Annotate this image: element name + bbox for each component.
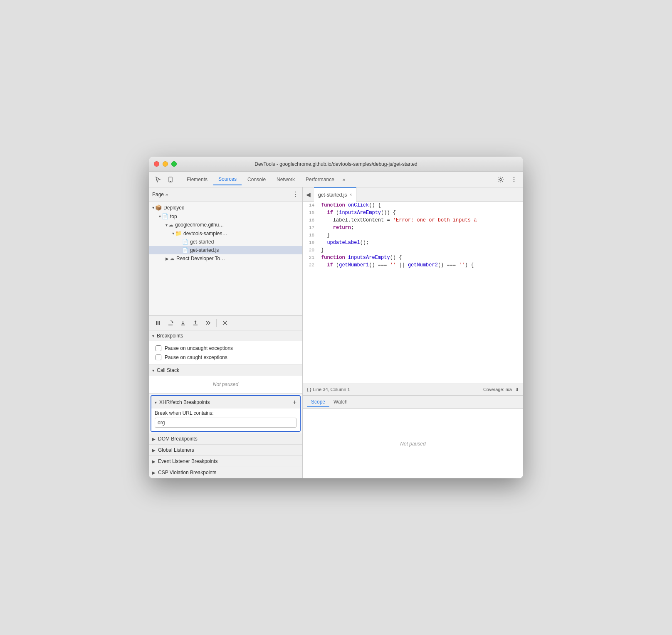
top-icon: 📄 — [162, 213, 168, 219]
xhr-break-label: Break when URL contains: — [155, 410, 296, 416]
get-started-icon: 📄 — [182, 239, 188, 245]
dom-breakpoints-section: ▶ DOM Breakpoints — [149, 433, 302, 445]
page-more-button[interactable]: » — [166, 192, 168, 197]
tree-item-devtools-samples[interactable]: ▾ 📁 devtools-samples… — [149, 229, 302, 238]
dom-breakpoints-header[interactable]: ▶ DOM Breakpoints — [149, 433, 302, 444]
cursor-icon-status: { } — [307, 387, 311, 392]
file-tab-get-started-js[interactable]: get-started.js × — [314, 187, 356, 202]
event-listener-header[interactable]: ▶ Event Listener Breakpoints — [149, 456, 302, 467]
file-tree: ▾ 📦 Deployed ▾ 📄 top ▾ ☁ googlechrome.gi… — [149, 202, 302, 315]
pause-button[interactable] — [152, 317, 164, 329]
tab-scope[interactable]: Scope — [307, 397, 329, 407]
status-bar-right: Coverage: n/a ⬇ — [483, 387, 519, 392]
pause-uncaught-label: Pause on uncaught exceptions — [165, 345, 233, 351]
code-content-19: updateLabel(); — [318, 239, 523, 246]
tree-label-devtools: devtools-samples… — [183, 231, 227, 236]
event-arrow: ▶ — [152, 459, 156, 464]
more-tabs-button[interactable]: » — [340, 175, 348, 184]
tab-elements[interactable]: Elements — [182, 174, 212, 185]
xhr-url-input[interactable] — [155, 418, 296, 428]
tree-arrow-devtools: ▾ — [172, 231, 174, 236]
device-icon[interactable] — [165, 174, 176, 185]
code-line-15: 15 if (inputsAreEmpty()) { — [303, 209, 523, 217]
deactivate-button[interactable] — [219, 317, 231, 329]
svg-rect-1 — [170, 181, 171, 182]
settings-icon[interactable] — [495, 174, 506, 185]
breakpoints-section: ▾ Breakpoints Pause on uncaught exceptio… — [149, 330, 302, 365]
tree-item-deployed[interactable]: ▾ 📦 Deployed — [149, 203, 302, 212]
xhr-add-button[interactable]: + — [293, 399, 296, 406]
tree-arrow-react: ▶ — [166, 256, 169, 261]
cursor-icon[interactable] — [152, 174, 164, 185]
menu-dots-icon[interactable] — [508, 174, 520, 185]
tab-watch[interactable]: Watch — [329, 397, 352, 407]
code-content-14: function onClick() { — [318, 202, 523, 209]
code-line-22: 22 if (getNumber1() === '' || getNumber2… — [303, 261, 523, 269]
file-tab-close-button[interactable]: × — [349, 192, 352, 197]
line-num-16: 16 — [303, 217, 318, 224]
tab-network[interactable]: Network — [272, 174, 300, 185]
get-started-js-icon: 📄 — [182, 247, 188, 253]
code-line-18: 18 } — [303, 231, 523, 239]
status-bar: { } Line 34, Column 1 Coverage: n/a ⬇ — [303, 384, 523, 395]
code-line-21: 21 function inputsAreEmpty() { — [303, 254, 523, 261]
code-line-20: 20 } — [303, 246, 523, 254]
breakpoints-header[interactable]: ▾ Breakpoints — [149, 330, 302, 341]
svg-point-5 — [514, 181, 514, 182]
pause-uncaught-checkbox[interactable] — [156, 345, 161, 351]
tree-item-get-started[interactable]: 📄 get-started — [149, 238, 302, 246]
call-stack-title: Call Stack — [157, 367, 179, 373]
main-content: Page » ⋮ ▾ 📦 Deployed ▾ 📄 top — [149, 187, 523, 478]
xhr-section: ▾ XHR/fetch Breakpoints + Break when URL… — [151, 395, 301, 432]
debug-toolbar — [149, 315, 302, 330]
step-out-button[interactable] — [190, 317, 201, 329]
right-panel: ◀ get-started.js × 14 function onClick()… — [303, 187, 523, 478]
scope-watch-inner: Scope Watch Not paused — [303, 396, 523, 478]
breakpoints-content: Pause on uncaught exceptions Pause on ca… — [149, 341, 302, 364]
code-area: 14 function onClick() { 15 if (inputsAre… — [303, 202, 523, 384]
googlechrome-icon: ☁ — [168, 222, 173, 228]
page-title: Page — [152, 192, 164, 197]
global-listeners-header[interactable]: ▶ Global Listeners — [149, 445, 302, 455]
tab-bar: Elements Sources Console Network Perform… — [149, 172, 523, 187]
code-content-17: return; — [318, 224, 523, 231]
csp-header[interactable]: ▶ CSP Violation Breakpoints — [149, 467, 302, 478]
code-line-14: 14 function onClick() { — [303, 202, 523, 209]
tree-item-get-started-js[interactable]: 📄 get-started.js — [149, 246, 302, 254]
line-num-17: 17 — [303, 224, 318, 231]
tab-performance[interactable]: Performance — [301, 174, 339, 185]
call-stack-not-paused: Not paused — [156, 378, 296, 391]
file-back-icon[interactable]: ◀ — [306, 191, 311, 198]
svg-rect-7 — [159, 321, 161, 325]
tree-label-googlechrome: googlechrome.githu… — [175, 222, 224, 228]
line-num-14: 14 — [303, 202, 318, 209]
tree-item-top[interactable]: ▾ 📄 top — [149, 212, 302, 221]
line-column-status: Line 34, Column 1 — [313, 387, 350, 392]
pause-caught-checkbox[interactable] — [156, 354, 161, 360]
toolbar-separator — [216, 319, 217, 327]
call-stack-header[interactable]: ▾ Call Stack — [149, 365, 302, 376]
line-num-19: 19 — [303, 239, 318, 246]
dom-breakpoints-title: DOM Breakpoints — [158, 436, 198, 442]
tree-item-googlechrome[interactable]: ▾ ☁ googlechrome.githu… — [149, 221, 302, 229]
breakpoints-arrow: ▾ — [152, 334, 154, 338]
maximize-button[interactable] — [171, 161, 177, 167]
xhr-section-header[interactable]: ▾ XHR/fetch Breakpoints + — [151, 396, 300, 409]
xhr-title: XHR/fetch Breakpoints — [159, 399, 210, 405]
svg-point-3 — [514, 177, 514, 177]
minimize-button[interactable] — [163, 161, 168, 167]
tab-separator-1 — [179, 175, 179, 184]
pause-caught-label: Pause on caught exceptions — [165, 354, 227, 360]
tab-console[interactable]: Console — [242, 174, 271, 185]
step-into-button[interactable] — [177, 317, 189, 329]
tree-item-react[interactable]: ▶ ☁ React Developer To… — [149, 254, 302, 263]
xhr-arrow: ▾ — [155, 400, 157, 405]
tab-sources[interactable]: Sources — [213, 174, 242, 185]
coverage-icon[interactable]: ⬇ — [515, 387, 519, 392]
code-content-21: function inputsAreEmpty() { — [318, 254, 523, 261]
scope-watch-panel: Scope Watch Not paused — [303, 395, 523, 478]
step-over-button[interactable] — [165, 317, 176, 329]
step-button[interactable] — [202, 317, 214, 329]
close-button[interactable] — [154, 161, 159, 167]
page-dots-button[interactable]: ⋮ — [292, 190, 299, 198]
